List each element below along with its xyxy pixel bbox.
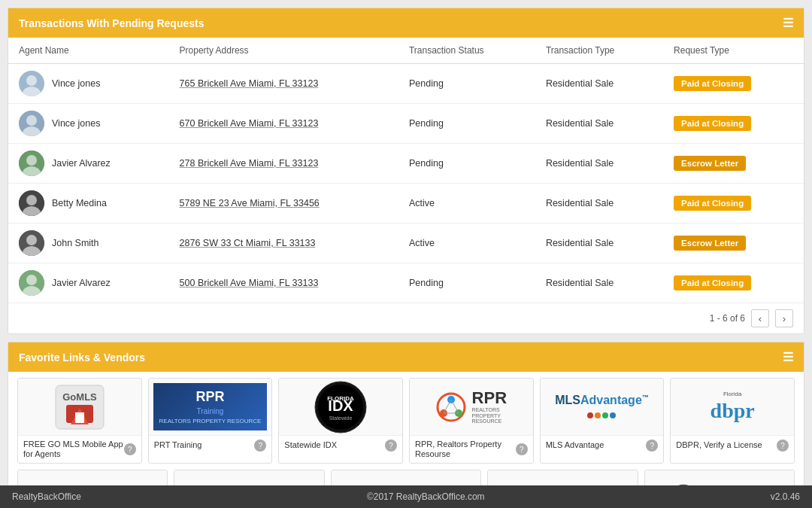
vendor-card-colerealty[interactable]: COLE REALTY RESOURCE Cole Realty Resours… [487,470,638,485]
svg-text:IDX: IDX [328,397,353,414]
vendor-label-rpr: RPR, Realtors Property Resourse ? [410,435,533,463]
avatar-4 [19,230,44,256]
status-cell-0: Pending [398,64,535,104]
vendor-logo-colerealty: COLE REALTY RESOURCE [488,470,637,485]
address-cell-1: 670 Brickell Ave Miami, FL 33123 [169,104,398,144]
col-type: Transaction Type [535,38,663,64]
vendor-card-breakthroughbroker[interactable]: b BreakthroughBROKER.com BreakthroughBro… [331,470,481,485]
vendor-card-zillow[interactable]: Zillow Zillow ? [174,470,324,485]
svg-point-10 [26,195,37,205]
help-icon-floridaidx[interactable]: ? [385,440,397,452]
status-cell-1: Pending [398,104,535,144]
table-row: Betty Medina 5789 NE 23 Ave Miami, FL 33… [8,184,804,224]
col-request: Request Type [663,38,804,64]
avatar-5 [19,270,44,296]
address-cell-4: 2876 SW 33 Ct Miami, FL 33133 [169,224,398,263]
svg-point-35 [587,412,593,418]
request-badge-5[interactable]: Paid at Closing [674,275,751,291]
type-cell-2: Residential Sale [535,144,663,184]
vendor-logo-dbpr: Florida dbpr [671,379,794,435]
transactions-table-container: Agent Name Property Address Transaction … [8,38,804,333]
type-cell-4: Residential Sale [535,224,663,263]
vendor-logo-breakthroughbroker: b BreakthroughBROKER.com [332,470,480,485]
avatar-3 [19,190,44,216]
help-icon-rpr[interactable]: ? [516,443,528,455]
avatar-0 [19,71,44,96]
vendors-title: Favorite Links & Vendors [19,351,145,364]
vendor-card-mlsadvantage[interactable]: MLSAdvantage™ MLS Advantage ? [540,378,665,464]
svg-point-1 [26,75,37,86]
help-icon-gomls[interactable]: ? [124,443,136,455]
svg-point-4 [26,115,37,126]
request-badge-3[interactable]: Paid at Closing [674,196,751,211]
svg-line-32 [444,400,451,413]
col-address: Property Address [169,38,398,64]
vendor-card-ringtrail[interactable]: Ringtrail Ringtrial Facebooks Ads ? [644,470,795,485]
main-content: Transactions With Pending Requests ☰ Age… [0,0,812,485]
help-icon-prt[interactable]: ? [254,440,266,452]
address-cell-0: 765 Brickell Ave Miami, FL 33123 [169,64,398,104]
badge-cell-5: Paid at Closing [663,263,804,303]
badge-cell-4: Escrow Letter [663,224,804,263]
vendor-logo-zillow: Zillow [174,470,323,485]
vendor-card-floridaidx[interactable]: FLORIDA IDX Statewide Statewide IDX ? [278,378,403,464]
address-cell-5: 500 Brickell Ave Miami, FL 33133 [169,263,398,303]
vendors-header: Favorite Links & Vendors ☰ [8,342,804,372]
vendor-card-trulia[interactable]: trulia® Trulia.com [17,470,168,485]
vendor-card-prt[interactable]: RPR Training REALTORS PROPERTY RESOURCE … [148,378,273,464]
pagination-next[interactable]: › [775,309,793,327]
request-badge-2[interactable]: Escrow Letter [674,156,746,171]
svg-point-7 [26,155,37,166]
svg-point-37 [602,412,608,418]
agent-cell-5: Javier Alvarez [8,263,169,303]
badge-cell-0: Paid at Closing [663,64,804,104]
help-icon-mlsadvantage[interactable]: ? [646,440,658,452]
vendor-label-gomls: FREE GO MLS Mobile App for Agents ? [18,435,141,463]
badge-cell-1: Paid at Closing [663,104,804,144]
svg-point-13 [26,235,37,245]
vendor-label-dbpr: DBPR, Verify a License ? [671,435,794,455]
footer-center: ©2017 RealtyBackOffice.com [367,491,485,502]
type-cell-0: Residential Sale [535,64,663,104]
vendor-logo-rpr: RPR REALTORS PROPERTY RESOURCE [410,379,533,435]
vendor-logo-prt: RPR Training REALTORS PROPERTY RESOURCE [149,379,272,435]
avatar-1 [19,111,44,136]
vendors-row-1: GoMLS FREE GO MLS Mobile App for Agents … [8,372,804,464]
request-badge-1[interactable]: Paid at Closing [674,116,751,131]
vendor-logo-floridaidx: FLORIDA IDX Statewide [279,379,402,435]
status-cell-5: Pending [398,263,535,303]
vendor-card-rpr[interactable]: RPR REALTORS PROPERTY RESOURCE RPR, Real… [409,378,534,464]
pagination-prev[interactable]: ‹ [751,309,769,327]
footer: RealtyBackOffice ©2017 RealtyBackOffice.… [0,485,812,508]
request-badge-4[interactable]: Escrow Letter [674,236,746,251]
svg-line-33 [451,400,459,413]
svg-text:GoMLS: GoMLS [62,391,97,403]
status-cell-2: Pending [398,144,535,184]
vendor-logo-trulia: trulia® [18,470,167,485]
svg-point-36 [595,412,601,418]
table-row: Javier Alvarez 500 Brickell Ave Miami, F… [8,263,804,303]
request-badge-0[interactable]: Paid at Closing [674,76,751,91]
vendors-filter-icon[interactable]: ☰ [783,350,793,364]
vendor-card-dbpr[interactable]: Florida dbpr DBPR, Verify a License ? [670,378,795,464]
table-header-row: Agent Name Property Address Transaction … [8,38,804,64]
vendor-logo-ringtrail: Ringtrail [645,470,794,485]
pagination: 1 - 6 of 6 ‹ › [8,303,804,333]
agent-cell-0: Vince jones [8,64,169,104]
help-icon-dbpr[interactable]: ? [777,440,789,452]
transactions-table: Agent Name Property Address Transaction … [8,38,804,303]
address-cell-2: 278 Brickell Ave Miami, FL 33123 [169,144,398,184]
vendors-row-2: trulia® Trulia.com Zillow Zillow ? b [8,464,804,485]
footer-right: v2.0.46 [771,491,800,502]
avatar-2 [19,151,44,176]
badge-cell-3: Paid at Closing [663,184,804,224]
vendor-label-mlsadvantage: MLS Advantage ? [541,435,664,455]
vendor-logo-mlsadvantage: MLSAdvantage™ [541,379,664,435]
agent-cell-3: Betty Medina [8,184,169,224]
vendor-card-gomls[interactable]: GoMLS FREE GO MLS Mobile App for Agents … [17,378,142,464]
svg-rect-22 [75,412,84,423]
table-row: Vince jones 670 Brickell Ave Miami, FL 3… [8,104,804,144]
transactions-filter-icon[interactable]: ☰ [783,16,793,30]
col-agent: Agent Name [8,38,169,64]
svg-point-16 [26,275,37,285]
